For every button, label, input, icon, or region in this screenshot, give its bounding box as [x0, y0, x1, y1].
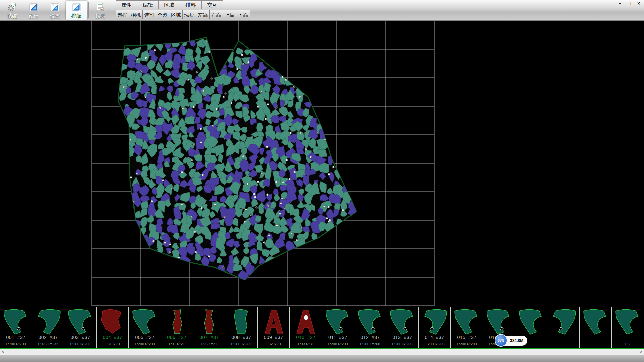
progress-percent: 38%	[498, 339, 504, 342]
piece-lr-count: L:200 R:200	[419, 342, 450, 346]
menu-tab-region[interactable]: 区域	[159, 0, 180, 9]
tool-cut-all[interactable]: 全割	[156, 10, 169, 19]
piece-name: 005_#37	[129, 335, 161, 340]
tool-align-top[interactable]: 上靠	[223, 10, 236, 19]
close-button[interactable]: ×	[636, 1, 641, 6]
app-nav: 系统 设计 设置	[1, 0, 111, 20]
piece-lr-count: L:31 R:31	[97, 342, 128, 346]
thumbnail-panel[interactable]: 007_#37 L:32 R:21	[193, 307, 225, 348]
report-doc-icon	[95, 2, 105, 12]
nav-layout-button[interactable]: 排版	[66, 1, 87, 20]
piece-lr-count: L:32 R:31	[258, 342, 289, 346]
piece-thumbnail-shape	[547, 308, 580, 337]
piece-lr-count: L:31 R:21	[161, 342, 193, 346]
piece-name: 006_#37	[161, 335, 193, 340]
piece-thumbnail-shape	[0, 308, 32, 337]
piece-name: 010_#37	[290, 335, 322, 340]
thumbnail-panel[interactable]: 013_#37 L:200 R:200	[386, 307, 419, 348]
menu-tab-edit[interactable]: 编辑	[137, 0, 159, 9]
nav-settings-button[interactable]: 设置	[44, 1, 66, 20]
piece-thumbnail-shape	[419, 308, 451, 337]
piece-name: 002_#37	[32, 335, 64, 340]
tool-cluster-nest[interactable]: 聚排	[116, 10, 129, 19]
scroll-track[interactable]	[6, 349, 638, 355]
nesting-canvas[interactable]	[0, 21, 644, 307]
piece-name: 014_#37	[419, 335, 450, 340]
piece-thumbnail-shape	[225, 308, 258, 337]
thumbnail-panel[interactable]: 004_#37 L:31 R:31	[97, 307, 129, 348]
piece-thumbnail-shape	[483, 308, 515, 337]
scroll-right-arrow[interactable]: >	[638, 350, 644, 354]
nav-system-button[interactable]: 系统	[1, 1, 23, 20]
nav-system-label: 系统	[7, 13, 17, 19]
menu-tab-interact[interactable]: 交互	[202, 0, 223, 9]
piece-lr-count: L:200 R:200	[129, 342, 161, 346]
piece-thumbnail-shape	[129, 308, 161, 337]
tool-align-bottom[interactable]: 下靠	[236, 10, 250, 19]
thumbnail-panel[interactable]: 003_#37 L:200 R:200	[64, 307, 97, 348]
thumbnail-panel[interactable]: L:2	[612, 307, 644, 348]
piece-name: 009_#37	[258, 335, 289, 340]
thumbnail-panel[interactable]	[580, 307, 612, 348]
design-ruler-icon	[29, 2, 39, 12]
toolbar-divider	[88, 2, 89, 18]
nav-layout-label: 排版	[71, 13, 82, 19]
system-gear-icon	[7, 2, 17, 12]
piece-thumbnail-shape	[354, 308, 386, 337]
maximize-button[interactable]: □	[627, 1, 632, 6]
piece-lr-count: L:132 R:132	[32, 342, 64, 346]
nav-design-label: 设计	[29, 13, 39, 19]
menu-tab-properties[interactable]: 属性	[116, 0, 137, 9]
memory-usage-badge: 38% 384.8M	[496, 336, 527, 346]
tool-select-cut[interactable]: 选割	[143, 10, 156, 19]
thumbnail-panel[interactable]: 014_#37 L:200 R:200	[419, 307, 451, 348]
nav-report-button[interactable]: 报表	[90, 1, 111, 20]
nav-design-button[interactable]: 设计	[23, 1, 44, 20]
piece-name: 008_#37	[225, 335, 257, 340]
menu-tab-nesting[interactable]: 排料	[180, 0, 202, 9]
piece-lr-count: L:200 R:200	[322, 342, 354, 346]
piece-lr-count: L:200 R:200	[451, 342, 483, 346]
piece-thumbnail-shape	[451, 308, 483, 337]
thumbnail-panel[interactable]: 012_#37 L:200 R:200	[354, 307, 386, 348]
progress-circle: 38%	[495, 334, 507, 347]
tool-align-left[interactable]: 左靠	[196, 10, 210, 19]
thumbnail-panel[interactable]: 005_#37 L:200 R:200	[129, 307, 161, 348]
tool-defect[interactable]: 瑕疵	[183, 10, 196, 19]
settings-ruler-icon	[50, 2, 60, 12]
piece-thumbnail-shape	[580, 308, 612, 337]
tool-row: 聚排 相机 选割 全割 区域 瑕疵 左靠 右靠 上靠 下靠	[116, 10, 250, 19]
piece-lr-count: L:700 R:700	[0, 342, 32, 346]
thumbnail-panel[interactable]: 009_#37 L:32 R:31	[258, 307, 290, 348]
layout-ruler-icon	[71, 2, 82, 12]
canvas-area	[0, 21, 644, 307]
piece-thumbnail-shape	[64, 308, 97, 337]
thumbnail-panel[interactable]: 011_#37 L:200 R:200	[322, 307, 354, 348]
piece-thumbnail-shape	[97, 308, 129, 337]
piece-thumbnail-shape	[32, 308, 64, 337]
piece-lr-count: L:200 R:200	[354, 342, 386, 346]
piece-thumbnail-shape	[193, 308, 225, 337]
toolbar: 系统 设计 设置	[0, 0, 644, 21]
piece-name: 003_#37	[64, 335, 96, 340]
piece-name: 012_#37	[354, 335, 386, 340]
thumbnail-panel[interactable]: 008_#37 L:200 R:200	[225, 307, 258, 348]
tool-camera[interactable]: 相机	[129, 10, 143, 19]
tool-align-right[interactable]: 右靠	[210, 10, 223, 19]
scroll-left-arrow[interactable]: <	[0, 350, 6, 354]
tool-region[interactable]: 区域	[169, 10, 183, 19]
thumbnail-panel[interactable]: 001_#37 L:700 R:700	[0, 307, 32, 348]
thumbnail-panel[interactable]: 010_#37 L:33 R:31	[290, 307, 322, 348]
pieces-strip: 38% 384.8M 001_#37 L:700 R:700 002_#37 L…	[0, 307, 644, 349]
piece-lr-count: L:32 R:21	[193, 342, 225, 346]
thumbnail-panel[interactable]	[547, 307, 580, 348]
thumbnail-panel[interactable]: 006_#37 L:31 R:21	[161, 307, 193, 348]
piece-thumbnail-shape	[290, 308, 322, 337]
minimize-button[interactable]: –	[617, 1, 623, 6]
nav-report-label: 报表	[95, 13, 105, 19]
horizontal-scrollbar[interactable]: < >	[0, 349, 644, 355]
thumbnail-panel[interactable]: 015_#37 L:200 R:200	[451, 307, 483, 348]
status-bar	[0, 355, 644, 362]
piece-thumbnail-shape	[386, 308, 419, 337]
thumbnail-panel[interactable]: 002_#37 L:132 R:132	[32, 307, 64, 348]
